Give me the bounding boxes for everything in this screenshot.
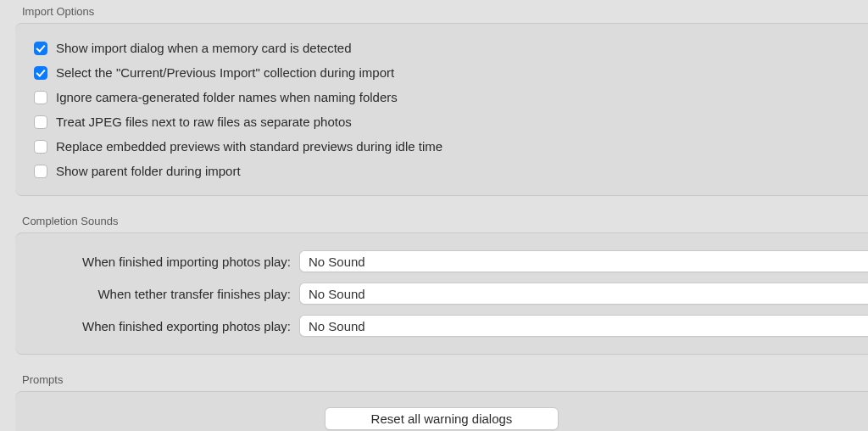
sound-select-export[interactable]: No Sound (299, 315, 868, 337)
checkbox-icon[interactable] (34, 91, 47, 104)
prompts-title: Prompts (0, 368, 868, 391)
select-value: No Sound (309, 319, 365, 333)
checkbox-icon[interactable] (34, 42, 47, 55)
checkbox-label: Treat JPEG files next to raw files as se… (56, 115, 352, 129)
sound-label: When finished importing photos play: (15, 255, 299, 269)
sound-select-import[interactable]: No Sound (299, 250, 868, 272)
sound-label: When tether transfer finishes play: (15, 287, 299, 301)
checkbox-label: Show parent folder during import (56, 164, 241, 178)
prompts-section: Prompts Reset all warning dialogs (0, 368, 868, 431)
import-options-title: Import Options (0, 0, 868, 23)
completion-sounds-section: Completion Sounds When finished importin… (0, 210, 868, 355)
import-options-body: Show import dialog when a memory card is… (15, 23, 868, 196)
checkbox-row-show-parent-folder[interactable]: Show parent folder during import (15, 159, 868, 183)
checkbox-row-replace-previews[interactable]: Replace embedded previews with standard … (15, 134, 868, 159)
import-options-section: Import Options Show import dialog when a… (0, 0, 868, 196)
checkbox-label: Show import dialog when a memory card is… (56, 41, 352, 55)
preferences-panel: Import Options Show import dialog when a… (0, 0, 868, 431)
completion-sounds-body: When finished importing photos play: No … (15, 232, 868, 355)
checkbox-icon[interactable] (34, 115, 47, 129)
checkbox-label: Replace embedded previews with standard … (56, 139, 442, 154)
sound-row-tether: When tether transfer finishes play: No S… (15, 277, 868, 310)
sound-row-import: When finished importing photos play: No … (15, 245, 868, 277)
checkbox-label: Select the "Current/Previous Import" col… (56, 65, 394, 80)
checkbox-row-show-import-dialog[interactable]: Show import dialog when a memory card is… (15, 36, 868, 60)
sound-label: When finished exporting photos play: (15, 319, 299, 333)
checkbox-icon[interactable] (34, 165, 47, 178)
reset-warning-dialogs-button[interactable]: Reset all warning dialogs (325, 407, 559, 430)
checkbox-icon[interactable] (34, 66, 47, 80)
completion-sounds-title: Completion Sounds (0, 210, 868, 232)
select-value: No Sound (309, 287, 365, 301)
checkbox-row-select-current-previous[interactable]: Select the "Current/Previous Import" col… (15, 60, 868, 85)
prompts-body: Reset all warning dialogs (15, 391, 868, 431)
checkbox-label: Ignore camera-generated folder names whe… (56, 90, 398, 104)
select-value: No Sound (309, 255, 365, 269)
sound-row-export: When finished exporting photos play: No … (15, 310, 868, 342)
checkbox-icon[interactable] (34, 140, 47, 154)
checkbox-row-treat-jpeg-separate[interactable]: Treat JPEG files next to raw files as se… (15, 109, 868, 134)
checkbox-row-ignore-camera-folders[interactable]: Ignore camera-generated folder names whe… (15, 85, 868, 109)
sound-select-tether[interactable]: No Sound (299, 283, 868, 305)
